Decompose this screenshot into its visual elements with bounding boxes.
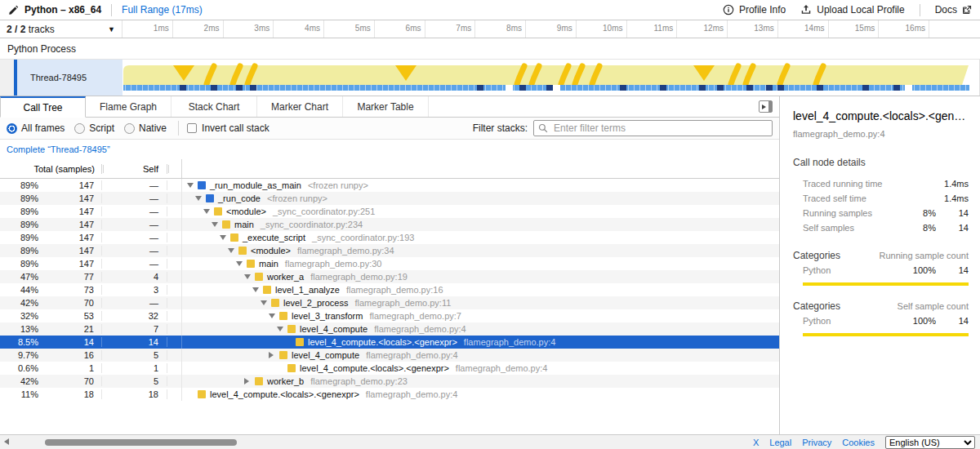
horizontal-scrollbar[interactable]: [0, 435, 753, 449]
edit-pencil-icon[interactable]: [8, 5, 19, 16]
row-total-samples: 18: [45, 389, 102, 399]
footer-link-legal[interactable]: Legal: [769, 438, 791, 447]
docs-link[interactable]: Docs: [935, 4, 972, 16]
expander-icon[interactable]: [244, 378, 255, 385]
expander-icon[interactable]: [203, 209, 214, 214]
filter-stacks-input[interactable]: [533, 120, 773, 136]
table-row[interactable]: 32%5332level_3_transformflamegraph_demo.…: [0, 309, 779, 322]
table-row[interactable]: 44%733level_1_analyzeflamegraph_demo.py:…: [0, 283, 779, 296]
function-file-location: flamegraph_demo.py:7: [369, 311, 461, 321]
ruler-tick: 4ms: [274, 20, 324, 38]
table-row[interactable]: 9.7%165level_4_computeflamegraph_demo.py…: [0, 349, 779, 362]
category-square-icon: [271, 299, 279, 307]
category-header-row: CategoriesSelf sample count: [793, 299, 969, 313]
table-row[interactable]: 89%147—<module>_sync_coordinator.py:251: [0, 205, 779, 218]
column-header-total[interactable]: Total (samples): [0, 164, 102, 174]
details-sidebar: level_4_compute.<locals>.<genexpr> flame…: [780, 96, 980, 434]
table-row[interactable]: 13%217level_4_computeflamegraph_demo.py:…: [0, 322, 779, 336]
ruler-tick-label: 2ms: [204, 24, 220, 33]
table-row[interactable]: 0.6%11level_4_compute.<locals>.<genexpr>…: [0, 362, 779, 375]
call-tree-pane: Call TreeFlame GraphStack ChartMarker Ch…: [0, 96, 780, 434]
expander-icon[interactable]: [252, 287, 263, 292]
scrollbar-thumb[interactable]: [45, 439, 237, 446]
table-row[interactable]: 42%705worker_bflamegraph_demo.py:23: [0, 375, 779, 388]
table-row[interactable]: 8.5%1414level_4_compute.<locals>.<genexp…: [0, 336, 779, 349]
profile-info-button[interactable]: Profile Info: [723, 4, 786, 16]
table-row[interactable]: 47%774worker_aflamegraph_demo.py:19: [0, 270, 779, 283]
column-header-self[interactable]: Self: [102, 164, 167, 174]
sidebar-toggle-bar-icon: [768, 101, 772, 112]
scroll-left-arrow-icon[interactable]: [4, 438, 9, 445]
row-total-samples: 70: [45, 298, 102, 308]
expander-icon[interactable]: [277, 327, 287, 331]
ruler-tick: 9ms: [526, 20, 577, 38]
tab-flame-graph[interactable]: Flame Graph: [86, 96, 172, 117]
tab-call-tree[interactable]: Call Tree: [0, 96, 86, 118]
process-track-row[interactable]: Python Process: [0, 38, 980, 60]
row-self-samples: —: [102, 246, 167, 256]
footer-link-privacy[interactable]: Privacy: [802, 438, 831, 447]
call-tree-root-link[interactable]: Complete “Thread-78495”: [7, 144, 110, 154]
table-row[interactable]: 42%70—level_2_processflamegraph_demo.py:…: [0, 296, 779, 309]
radio-icon: [7, 123, 17, 134]
triangle-down-icon: [220, 235, 226, 240]
thread-track-row[interactable]: Thread-78495: [0, 60, 980, 96]
category-square-icon: [255, 377, 263, 385]
expander-icon[interactable]: [261, 300, 271, 305]
sidebar-toggle-button[interactable]: [759, 100, 773, 113]
function-name: worker_b: [267, 376, 304, 386]
row-tree-cell: <module>flamegraph_demo.py:34: [182, 244, 779, 257]
invert-call-stack-checkbox[interactable]: Invert call stack: [187, 122, 270, 134]
tab-stack-chart[interactable]: Stack Chart: [172, 96, 257, 117]
table-row[interactable]: 89%147—main_sync_coordinator.py:234: [0, 218, 779, 231]
table-row[interactable]: 11%1818level_4_compute.<locals>.<genexpr…: [0, 388, 779, 401]
expander-icon[interactable]: [195, 196, 206, 201]
timeline-ruler[interactable]: 1ms2ms3ms4ms5ms6ms7ms8ms9ms10ms11ms12ms1…: [122, 20, 980, 38]
table-row[interactable]: 89%147—mainflamegraph_demo.py:30: [0, 257, 779, 270]
upload-profile-button[interactable]: Upload Local Profile: [800, 4, 904, 16]
expander-icon[interactable]: [228, 248, 238, 253]
category-color-bar: [803, 282, 969, 286]
detail-value: 1.4ms: [936, 193, 969, 203]
thread-track-label[interactable]: Thread-78495: [17, 60, 122, 96]
function-name: level_4_compute.<locals>.<genexpr>: [308, 337, 457, 347]
thread-activity-graph[interactable]: [122, 60, 980, 96]
table-row[interactable]: 89%147—<module>flamegraph_demo.py:34: [0, 244, 779, 257]
triangle-down-icon: [244, 274, 251, 279]
radio-script[interactable]: Script: [74, 122, 114, 134]
tracks-dropdown[interactable]: 2 / 2 tracks ▼: [0, 20, 122, 38]
footer-link-x[interactable]: X: [753, 438, 759, 447]
ruler-tick: 7ms: [425, 20, 476, 38]
radio-native[interactable]: Native: [124, 122, 167, 134]
row-tree-cell: _run_code<frozen runpy>: [182, 192, 779, 205]
expander-icon[interactable]: [269, 313, 279, 318]
tab-marker-table[interactable]: Marker Table: [343, 96, 429, 117]
category-row: Python100%14: [793, 313, 969, 328]
category-percent: 100%: [898, 265, 936, 275]
footer-link-cookies[interactable]: Cookies: [842, 438, 875, 447]
profile-title[interactable]: Python – x86_64: [24, 4, 101, 16]
expander-icon[interactable]: [220, 235, 230, 240]
expander-icon[interactable]: [269, 352, 279, 358]
category-square-icon: [287, 325, 296, 333]
expander-icon[interactable]: [244, 274, 255, 279]
radio-all-frames[interactable]: All frames: [7, 122, 65, 134]
row-self-samples: 5: [102, 350, 167, 360]
table-row[interactable]: 89%147—_run_code<frozen runpy>: [0, 192, 779, 205]
expander-icon[interactable]: [236, 261, 247, 266]
top-header: Python – x86_64 Full Range (17ms) Profil…: [0, 0, 980, 20]
row-total-samples: 147: [45, 246, 102, 256]
category-percent: 100%: [898, 316, 936, 326]
sidebar-detail-row: Running samples8%14: [793, 206, 969, 220]
row-self-samples: —: [102, 259, 167, 269]
expander-icon[interactable]: [187, 183, 198, 188]
radio-label: All frames: [21, 122, 65, 134]
table-row[interactable]: 89%147—_run_module_as_main<frozen runpy>: [0, 179, 779, 192]
language-select[interactable]: English (US): [885, 436, 975, 449]
expander-icon[interactable]: [212, 222, 222, 227]
radio-label: Native: [139, 122, 167, 134]
tab-marker-chart[interactable]: Marker Chart: [257, 96, 343, 117]
full-range-button[interactable]: Full Range (17ms): [122, 4, 203, 16]
function-file-location: flamegraph_demo.py:4: [464, 337, 556, 347]
table-row[interactable]: 89%147—_execute_script_sync_coordinator.…: [0, 231, 779, 244]
